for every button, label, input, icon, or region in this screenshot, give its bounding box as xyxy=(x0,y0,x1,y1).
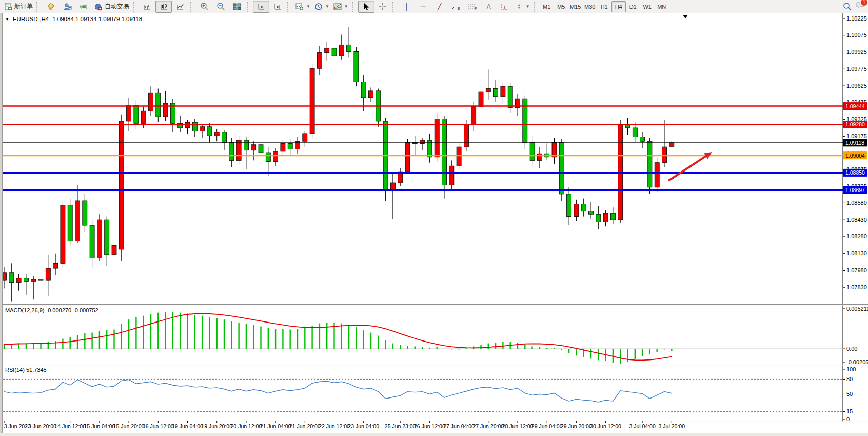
timeframe-button-m1[interactable]: M1 xyxy=(540,1,554,12)
crosshair-button[interactable] xyxy=(374,1,391,13)
notifications-button[interactable]: 1 xyxy=(856,1,865,11)
autotrading-icon xyxy=(94,3,103,11)
zoom-in-icon xyxy=(200,2,209,11)
rsi-indicator-label: RSI(14) 51.7345 xyxy=(5,367,47,373)
svg-text:3 Jul 20:00: 3 Jul 20:00 xyxy=(659,423,685,429)
horizontal-line-button[interactable]: ─ xyxy=(415,1,431,13)
svg-text:-0.00205: -0.00205 xyxy=(846,359,868,365)
chart-shift-icon xyxy=(273,3,282,11)
svg-text:21 Jun 04:00: 21 Jun 04:00 xyxy=(260,423,291,429)
svg-text:25 Jun 23:00: 25 Jun 23:00 xyxy=(385,423,416,429)
svg-text:20 Jun 12:00: 20 Jun 12:00 xyxy=(231,423,262,429)
zoom-out-icon xyxy=(216,2,225,11)
line-chart-button[interactable] xyxy=(172,1,188,13)
timeframe-button-mn[interactable]: MN xyxy=(655,1,669,12)
profile-button[interactable] xyxy=(59,1,75,13)
timeframe-button-d1[interactable]: D1 xyxy=(626,1,640,12)
svg-text:29 Jun 04:00: 29 Jun 04:00 xyxy=(531,423,563,429)
candlestick-chart-icon xyxy=(160,3,168,11)
svg-text:1.07830: 1.07830 xyxy=(846,284,867,290)
timeframe-button-m5[interactable]: M5 xyxy=(554,1,568,12)
macd-indicator-label: MACD(12,26,9) -0.000270 -0.000752 xyxy=(5,307,98,313)
zoom-in-button[interactable] xyxy=(196,1,212,13)
toolbar: 新订单 xyxy=(0,0,868,13)
timeframe-button-m15[interactable]: M15 xyxy=(568,1,583,12)
svg-text:1.10075: 1.10075 xyxy=(846,32,867,38)
notification-badge: 1 xyxy=(860,0,868,6)
periods-button[interactable]: ▼ xyxy=(312,1,331,13)
arrows-button[interactable]: ▼ xyxy=(514,1,532,13)
text-label-icon: T xyxy=(501,3,509,11)
svg-text:23 Jun 04:00: 23 Jun 04:00 xyxy=(348,423,379,429)
toolbar-grip xyxy=(534,2,538,12)
svg-text:16 Jun 12:00: 16 Jun 12:00 xyxy=(143,423,174,429)
svg-text:19 Jun 20:00: 19 Jun 20:00 xyxy=(201,423,232,429)
window-bottom-edge xyxy=(0,433,868,436)
signals-icon xyxy=(80,3,88,11)
new-order-label: 新订单 xyxy=(14,2,33,11)
svg-text:1.09925: 1.09925 xyxy=(846,49,867,55)
dropdown-caret-icon: ▼ xyxy=(325,4,329,9)
clock-icon xyxy=(314,3,323,11)
template-icon xyxy=(333,3,342,11)
bar-chart-button[interactable] xyxy=(139,1,155,13)
svg-text:15: 15 xyxy=(846,408,853,414)
styles-button[interactable] xyxy=(43,1,59,13)
svg-text:29 Jun 20:00: 29 Jun 20:00 xyxy=(561,423,592,429)
timeframe-button-m30[interactable]: M30 xyxy=(583,1,597,12)
timeframe-button-w1[interactable]: W1 xyxy=(640,1,655,12)
autotrading-button[interactable]: 自动交易 xyxy=(92,1,131,13)
window-left-edge xyxy=(0,13,3,433)
ohlc-readout: 1.09084 1.09134 1.09079 1.09118 xyxy=(52,16,142,22)
svg-text:0.00: 0.00 xyxy=(846,346,857,352)
chart-shift-marker[interactable] xyxy=(683,15,688,18)
chart-canvas[interactable]: 1.102251.100751.099251.097751.096251.094… xyxy=(0,13,868,436)
svg-text:3 Jul 04:00: 3 Jul 04:00 xyxy=(629,423,656,429)
svg-text:15 Jun 20:00: 15 Jun 20:00 xyxy=(113,423,145,429)
candlestick-chart-button[interactable] xyxy=(155,1,172,13)
one-click-collapse-icon[interactable]: ▼ xyxy=(5,17,9,22)
tile-windows-button[interactable] xyxy=(229,1,245,13)
tile-windows-icon xyxy=(233,3,241,11)
zoom-out-button[interactable] xyxy=(212,1,229,13)
autotrading-label: 自动交易 xyxy=(105,2,129,11)
svg-text:22 Jun 12:00: 22 Jun 12:00 xyxy=(319,423,350,429)
svg-text:1.09444: 1.09444 xyxy=(845,103,865,109)
equidistant-channel-icon: E xyxy=(451,3,460,11)
chart-window: 1.102251.100751.099251.097751.096251.094… xyxy=(0,13,868,436)
fibonacci-button[interactable]: F xyxy=(464,1,481,13)
new-order-button[interactable]: 新订单 xyxy=(2,1,35,13)
mt4-window: 新订单 xyxy=(0,0,868,436)
crosshair-icon xyxy=(379,3,387,11)
timeframe-button-h1[interactable]: H1 xyxy=(597,1,611,12)
svg-text:1.08430: 1.08430 xyxy=(846,217,867,223)
text-label-button[interactable]: T xyxy=(497,1,514,13)
cursor-button[interactable] xyxy=(358,1,374,13)
search-icon[interactable] xyxy=(843,2,852,11)
new-order-icon xyxy=(4,3,12,11)
cursor-icon xyxy=(363,3,370,11)
timeframe-button-h4[interactable]: H4 xyxy=(611,1,626,12)
toolbar-grip xyxy=(352,2,357,12)
trendline-button[interactable]: ╱ xyxy=(431,1,448,13)
auto-scroll-button[interactable] xyxy=(253,1,269,13)
symbol-timeframe-label: EURUSD-,H4 xyxy=(13,16,49,22)
dropdown-caret-icon: ▼ xyxy=(526,4,530,9)
dropdown-caret-icon: ▼ xyxy=(306,4,310,9)
timeframe-group: M1M5M15M30H1H4D1W1MN xyxy=(540,1,669,12)
toolbar-grip xyxy=(36,2,41,12)
svg-text:0.005211: 0.005211 xyxy=(846,306,868,312)
indicators-button[interactable]: ▼ xyxy=(293,1,312,13)
fibonacci-icon: F xyxy=(468,3,477,11)
svg-text:E: E xyxy=(458,7,460,10)
auto-scroll-icon xyxy=(257,3,265,11)
signals-button[interactable] xyxy=(75,1,92,13)
equidistant-channel-button[interactable]: E xyxy=(448,1,464,13)
text-button[interactable]: A xyxy=(481,1,497,13)
vertical-line-button[interactable]: │ xyxy=(399,1,415,13)
templates-button[interactable]: ▼ xyxy=(331,1,350,13)
toolbar-grip xyxy=(392,2,397,12)
svg-text:1.09118: 1.09118 xyxy=(845,140,864,146)
chart-shift-button[interactable] xyxy=(269,1,286,13)
svg-text:28 Jun 12:00: 28 Jun 12:00 xyxy=(502,423,534,429)
